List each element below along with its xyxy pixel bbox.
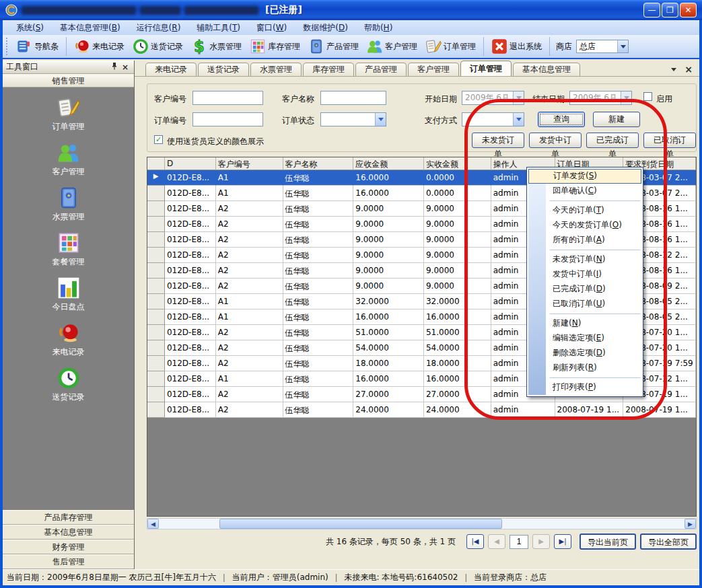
grid-cell[interactable]: 16.0000 (424, 309, 491, 325)
grid-cell[interactable]: 012D-E8... (165, 201, 216, 217)
toolbar-button-送货记录[interactable]: 送货记录 (129, 36, 187, 57)
grid-cell[interactable]: 9.0000 (353, 248, 424, 263)
grid-cell[interactable]: 012D-E8... (165, 186, 216, 201)
tab-水票管理[interactable]: 水票管理 (250, 63, 302, 76)
grid-cell[interactable]: 51.0000 (424, 325, 491, 340)
row-selector[interactable]: ▶ (147, 170, 165, 186)
grid-cell[interactable]: A2 (216, 356, 283, 371)
context-menu-item-已取消订单[interactable]: 已取消订单(U) (528, 297, 641, 311)
tab-订单管理[interactable]: 订单管理 (460, 61, 512, 76)
menu-数据维护[interactable]: 数据维护(D) (295, 21, 356, 35)
grid-cell[interactable]: 012D-E8... (165, 232, 216, 248)
tool-window-close-icon[interactable]: × (120, 63, 131, 72)
grid-cell[interactable]: 9.0000 (424, 232, 491, 248)
row-selector[interactable] (147, 402, 165, 418)
chevron-down-icon[interactable] (375, 113, 386, 126)
sidebar-item-今日盘点[interactable]: 今日盘点 (52, 277, 85, 313)
grid-cell[interactable]: 012D-E8... (165, 263, 216, 279)
grid-cell[interactable]: 9.0000 (424, 248, 491, 263)
grid-cell[interactable]: 24.0000 (353, 402, 424, 418)
row-selector[interactable] (147, 325, 165, 340)
grid-cell[interactable]: 32.0000 (424, 294, 491, 309)
start-date-picker[interactable]: 2009年 6月 8日 (462, 91, 524, 105)
grid-cell[interactable]: 伍华聪 (283, 186, 354, 201)
customer-no-input[interactable] (192, 91, 263, 105)
enable-checkbox[interactable] (643, 92, 652, 101)
grid-cell[interactable]: 伍华聪 (283, 201, 354, 217)
grid-cell[interactable]: 27.0000 (353, 387, 424, 402)
tab-客户管理[interactable]: 客户管理 (408, 63, 459, 76)
menu-帮助[interactable]: 帮助(H) (356, 21, 400, 35)
end-date-picker[interactable]: 2009年 6月 8日 (569, 91, 632, 105)
grid-cell[interactable]: 16.0000 (353, 309, 424, 325)
row-selector[interactable] (147, 248, 165, 263)
grid-header-D[interactable]: D (165, 157, 216, 170)
menu-辅助工具[interactable]: 辅助工具(T) (188, 21, 248, 35)
grid-cell[interactable]: 012D-E8... (165, 170, 216, 186)
shop-combobox[interactable]: 总店 (576, 40, 629, 53)
grid-cell[interactable]: A2 (216, 325, 283, 340)
last-page-button[interactable]: ▶| (554, 534, 571, 549)
first-page-button[interactable]: |◀ (466, 534, 484, 549)
tab-产品管理[interactable]: 产品管理 (355, 63, 407, 76)
grid-cell[interactable]: A1 (216, 294, 283, 309)
grid-cell[interactable]: A2 (216, 263, 283, 279)
grid-cell[interactable]: 2008-07-19 1... (555, 402, 624, 418)
grid-header-应收金额[interactable]: 应收金额 (353, 157, 424, 170)
grid-cell[interactable]: A1 (216, 170, 283, 186)
grid-cell[interactable]: 伍华聪 (283, 402, 354, 418)
status-filter-button-已完成订单[interactable]: 已完成订单 (586, 133, 639, 148)
horizontal-scrollbar[interactable]: ◀ ▶ (147, 518, 697, 529)
chevron-down-icon[interactable] (513, 113, 524, 126)
tab-list-dropdown-icon[interactable] (671, 68, 676, 71)
grid-cell[interactable]: 012D-E8... (165, 340, 216, 356)
menu-运行信息[interactable]: 运行信息(R) (129, 21, 189, 35)
row-selector[interactable] (147, 232, 165, 248)
grid-cell[interactable]: A2 (216, 248, 283, 263)
sidebar-group-sales[interactable]: 销售管理 (3, 74, 134, 87)
tab-送货记录[interactable]: 送货记录 (198, 63, 249, 76)
toolbar-button-退出系统[interactable]: 退出系统 (487, 36, 546, 57)
customer-name-input[interactable] (320, 91, 386, 105)
grid-cell[interactable]: 012D-E8... (165, 279, 216, 294)
context-menu-item-删除选定项[interactable]: 删除选定项(D) (528, 346, 641, 361)
sidebar-group-售后管理[interactable]: 售后管理 (3, 554, 134, 569)
scrollbar-track[interactable] (159, 519, 685, 529)
grid-cell[interactable]: 32.0000 (353, 294, 424, 309)
grid-cell[interactable]: 9.0000 (424, 201, 491, 217)
grid-cell[interactable]: 18.0000 (353, 356, 424, 371)
grid-cell[interactable]: 012D-E8... (165, 217, 216, 232)
grid-cell[interactable]: 27.0000 (424, 387, 491, 402)
row-selector[interactable] (147, 371, 165, 387)
grid-cell[interactable]: A2 (216, 387, 283, 402)
next-page-button[interactable]: ▶ (532, 534, 550, 549)
toolbar-button-来电记录[interactable]: 来电记录 (70, 36, 129, 57)
grid-cell[interactable]: 012D-E8... (165, 356, 216, 371)
row-selector[interactable] (147, 279, 165, 294)
grid-cell[interactable]: A1 (216, 371, 283, 387)
grid-header-客户名称[interactable]: 客户名称 (283, 157, 354, 170)
context-menu-item-所有的订单[interactable]: 所有的订单(A) (528, 233, 641, 248)
toolbar-button-库存管理[interactable]: 库存管理 (246, 36, 304, 57)
grid-cell[interactable]: A2 (216, 217, 283, 232)
grid-cell[interactable]: A2 (216, 232, 283, 248)
grid-cell[interactable]: 2008-07-19 1... (623, 402, 696, 418)
grid-cell[interactable]: 0.0000 (424, 186, 491, 201)
grid-cell[interactable]: 伍华聪 (283, 294, 354, 309)
grid-cell[interactable]: 012D-E8... (165, 325, 216, 340)
scroll-left-icon[interactable]: ◀ (147, 519, 159, 529)
context-menu-item-编辑选定项[interactable]: 编辑选定项(E) (528, 331, 641, 346)
grid-cell[interactable]: 012D-E8... (165, 387, 216, 402)
grid-cell[interactable]: 伍华聪 (283, 279, 354, 294)
pin-icon[interactable] (109, 62, 120, 72)
sidebar-item-水票管理[interactable]: ★水票管理 (52, 186, 85, 223)
grid-cell[interactable]: 24.0000 (424, 402, 491, 418)
grid-cell[interactable]: 16.0000 (353, 186, 424, 201)
tab-来电记录[interactable]: 来电记录 (145, 63, 197, 76)
order-no-input[interactable] (192, 112, 263, 126)
grid-cell[interactable]: 012D-E8... (165, 294, 216, 309)
context-menu-item-打印列表[interactable]: 打印列表(P) (528, 380, 641, 395)
menu-窗口[interactable]: 窗口(W) (248, 21, 295, 35)
query-button[interactable]: 查询 (538, 112, 585, 127)
sidebar-group-产品库存管理[interactable]: 产品库存管理 (3, 510, 134, 525)
